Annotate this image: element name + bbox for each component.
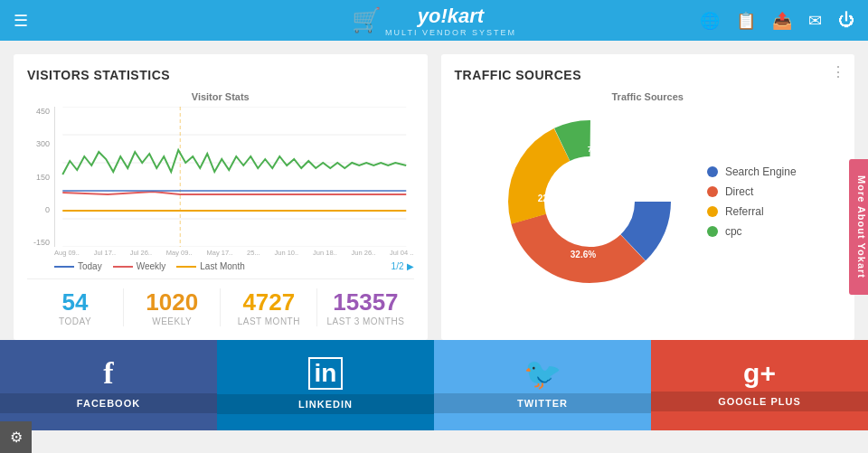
x-label-1: Aug 09.. (54, 249, 80, 257)
y-label-450: 450 (27, 107, 50, 116)
side-tab[interactable]: More About Yokart (849, 159, 868, 295)
visitors-title-rest: STATISTICS (90, 68, 170, 82)
globe-icon[interactable]: 🌐 (700, 11, 720, 31)
linkedin-icon: in (308, 357, 344, 390)
traffic-menu-icon[interactable]: ⋮ (831, 63, 845, 80)
facebook-label: FACEBOOK (0, 393, 217, 413)
chart-inner (54, 107, 414, 247)
social-linkedin[interactable]: in LINKEDIN (217, 340, 434, 430)
social-facebook[interactable]: f FACEBOOK (0, 340, 217, 430)
stat-lastmonth-value: 4727 (221, 288, 316, 316)
visitor-chart-svg (55, 107, 414, 247)
legend-direct-dot (707, 186, 718, 197)
x-label-6: 25... (247, 249, 260, 257)
mail-icon[interactable]: ✉ (808, 11, 822, 31)
y-axis: 450 300 150 0 -150 (27, 107, 54, 247)
next-arrow-icon[interactable]: ▶ (407, 261, 414, 271)
stat-weekly-label: WEEKLY (124, 316, 220, 326)
legend-direct: Direct (707, 185, 797, 198)
legend-weekly: Weekly (113, 261, 166, 271)
twitter-label: TWITTER (434, 393, 651, 413)
x-label-9: Jun 26.. (352, 249, 376, 257)
legend-weekly-line (113, 266, 133, 268)
social-footer: f FACEBOOK in LINKEDIN 🐦 TWITTER g+ GOOG… (0, 340, 868, 430)
stat-lastmonth: 4727 LAST MONTH (221, 288, 317, 326)
legend-search-engine-label: Search Engine (725, 165, 797, 178)
header: ☰ 🛒 yo!kart MULTI VENDOR SYSTEM 🌐 📋 📤 ✉ … (0, 0, 868, 41)
logo: 🛒 yo!kart MULTI VENDOR SYSTEM (352, 5, 516, 37)
y-label-300: 300 (27, 139, 50, 148)
x-label-8: Jun 18.. (313, 249, 337, 257)
traffic-title-rest: SOURCES (512, 68, 581, 82)
legend-cpc: cpc (707, 225, 797, 238)
stat-weekly: 1020 WEEKLY (124, 288, 221, 326)
legend-search-engine-dot (707, 166, 718, 177)
stat-last3months: 15357 LAST 3 MONTHS (317, 288, 413, 326)
x-label-7: Jun 10.. (275, 249, 299, 257)
legend-referral-dot (707, 206, 718, 217)
donut-chart-svg: 37.9% 32.6% 22.2% 7.3% (499, 111, 680, 292)
visitors-title-bold: VISITORS (27, 68, 90, 82)
traffic-title-bold: TRAFFIC (455, 68, 512, 82)
svg-text:22.2%: 22.2% (538, 193, 563, 203)
power-icon[interactable]: ⏻ (838, 11, 854, 30)
traffic-panel: TRAFFIC SOURCES ⋮ Traffic Sources (441, 54, 855, 340)
stat-lastmonth-label: LAST MONTH (221, 316, 316, 326)
stat-today: 54 TODAY (27, 288, 124, 326)
stats-row: 54 TODAY 1020 WEEKLY 4727 LAST MONTH 153… (27, 278, 414, 326)
header-right: 🌐 📋 📤 ✉ ⏻ (700, 11, 854, 31)
legend-today: Today (54, 261, 102, 271)
social-googleplus[interactable]: g+ GOOGLE PLUS (651, 340, 868, 430)
upload-icon[interactable]: 📤 (772, 11, 792, 31)
stat-last3months-value: 15357 (317, 288, 413, 316)
settings-corner[interactable]: ⚙ (0, 421, 32, 453)
legend-weekly-label: Weekly (137, 261, 166, 271)
stat-today-value: 54 (27, 288, 123, 316)
chart-label: Visitor Stats (27, 91, 414, 102)
stat-weekly-value: 1020 (124, 288, 220, 316)
x-label-5: May 17.. (206, 249, 232, 257)
legend-lastmonth-label: Last Month (200, 261, 244, 271)
visitors-panel: VISITORS STATISTICS Visitor Stats 450 30… (14, 54, 428, 340)
facebook-icon: f (103, 358, 113, 389)
social-twitter[interactable]: 🐦 TWITTER (434, 340, 651, 430)
legend-cpc-dot (707, 226, 718, 237)
legend-today-label: Today (78, 261, 102, 271)
legend-lastmonth-line (176, 266, 196, 268)
googleplus-icon: g+ (743, 360, 776, 387)
x-label-4: May 09.. (166, 249, 193, 257)
legend-cpc-label: cpc (725, 225, 742, 238)
googleplus-label: GOOGLE PLUS (651, 392, 868, 411)
x-label-2: Jul 17.. (94, 249, 116, 257)
legend-referral: Referral (707, 205, 797, 218)
y-label-150: 150 (27, 173, 50, 182)
svg-text:7.3%: 7.3% (588, 145, 607, 154)
panels-row: VISITORS STATISTICS Visitor Stats 450 30… (0, 41, 868, 340)
legend-direct-label: Direct (725, 185, 753, 198)
donut-area: 37.9% 32.6% 22.2% 7.3% Search Engine Dir… (455, 111, 842, 292)
legend-search-engine: Search Engine (707, 165, 797, 178)
x-label-3: Jul 26.. (130, 249, 152, 257)
legend-lastmonth: Last Month (176, 261, 244, 271)
legend-referral-label: Referral (725, 205, 764, 218)
hamburger-icon[interactable]: ☰ (14, 11, 28, 31)
x-label-10: Jul 04 .. (390, 249, 413, 257)
donut-legend: Search Engine Direct Referral cpc (707, 165, 797, 238)
header-left: ☰ (14, 11, 28, 31)
traffic-title: TRAFFIC SOURCES (455, 68, 842, 82)
settings-icon: ⚙ (10, 429, 23, 446)
stat-today-label: TODAY (27, 316, 123, 326)
donut-chart-label: Traffic Sources (455, 91, 842, 102)
svg-text:32.6%: 32.6% (571, 250, 596, 260)
logo-text: yo!kart (418, 5, 484, 27)
y-label-0: 0 (27, 205, 50, 214)
chart-area: 450 300 150 0 -150 (27, 107, 414, 247)
logo-cart-icon: 🛒 (352, 6, 381, 34)
linkedin-label: LINKEDIN (217, 394, 434, 414)
stat-last3months-label: LAST 3 MONTHS (317, 316, 413, 326)
visitors-title: VISITORS STATISTICS (27, 68, 414, 82)
pagination[interactable]: 1/2 ▶ (392, 261, 414, 271)
svg-text:37.9%: 37.9% (613, 193, 638, 203)
logo-sub: MULTI VENDOR SYSTEM (385, 28, 516, 37)
clipboard-icon[interactable]: 📋 (736, 11, 756, 31)
